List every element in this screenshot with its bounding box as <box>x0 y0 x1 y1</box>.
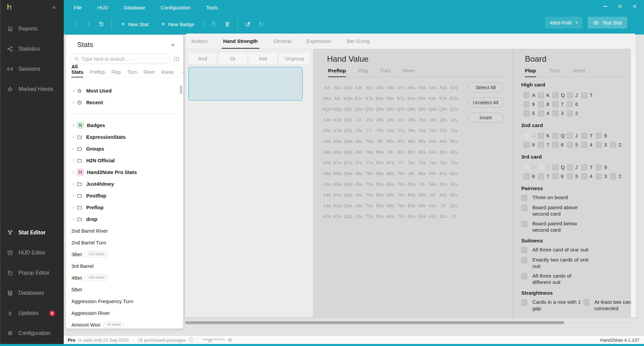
hand-cell-87o[interactable]: 87o <box>385 158 396 168</box>
empty-condition-group[interactable] <box>189 67 303 101</box>
hand-cell-J9s[interactable]: J9s <box>375 115 385 125</box>
sidebar-item-databases[interactable]: Databases <box>1 283 64 303</box>
hand-cell-QTo[interactable]: QTo <box>343 125 354 136</box>
checkbox[interactable] <box>552 101 558 107</box>
hand-cell-54s[interactable]: 54s <box>427 179 438 190</box>
stat-group[interactable]: Postflop <box>66 190 183 201</box>
hand-value-tab-preflop[interactable]: Preflop <box>328 68 346 77</box>
hand-cell-86s[interactable]: 86s <box>406 147 417 158</box>
hand-cell-A7s[interactable]: A7s <box>396 82 407 93</box>
hand-cell-86o[interactable]: 86o <box>385 168 396 179</box>
chevron-right-icon[interactable] <box>71 194 77 198</box>
hand-cell-A9o[interactable]: A9o <box>322 136 332 147</box>
hand-cell-AA[interactable]: AA <box>322 82 332 93</box>
hand-cell-75o[interactable]: 75o <box>396 179 407 190</box>
hand-cell-32s[interactable]: 32s <box>448 200 459 211</box>
hand-cell-22[interactable]: 22 <box>448 211 459 222</box>
more-stats-pill[interactable]: +13 more <box>85 251 108 257</box>
menu-configuration[interactable]: Configuration <box>161 5 191 10</box>
hand-cell-Q7s[interactable]: Q7s <box>396 104 407 115</box>
stat-item[interactable]: 5Bet <box>66 284 183 295</box>
checkbox[interactable] <box>538 92 544 98</box>
stats-tab-river[interactable]: River <box>144 69 155 77</box>
checkbox[interactable] <box>567 142 573 148</box>
menu-database[interactable]: Database <box>124 5 145 10</box>
hand-cell-A6o[interactable]: A6o <box>322 168 332 179</box>
sidebar-item-marked-hands[interactable]: Marked Hands <box>1 79 64 99</box>
hand-cell-K2o[interactable]: K2o <box>332 211 343 222</box>
stat-item[interactable]: Aggression River <box>66 307 183 319</box>
hand-cell-KTs[interactable]: KTs <box>364 93 375 104</box>
hand-cell-94o[interactable]: 94o <box>375 190 385 200</box>
stats-tab-raise[interactable]: Raise <box>161 69 174 77</box>
board-option-cards-in-a-row-with-1-gap[interactable]: Cards in a row with 1 gap <box>521 299 583 311</box>
hand-cell-Q7o[interactable]: Q7o <box>343 158 354 168</box>
checkbox[interactable] <box>567 92 573 98</box>
hand-cell-K7s[interactable]: K7s <box>396 93 407 104</box>
hand-cell-KJo[interactable]: KJo <box>332 115 343 125</box>
hand-cell-85s[interactable]: 85s <box>417 147 428 158</box>
invert-button[interactable]: Invert <box>468 113 504 123</box>
hand-cell-96s[interactable]: 96s <box>406 136 417 147</box>
rank-option-Q[interactable]: Q <box>550 133 565 139</box>
hand-cell-J2o[interactable]: J2o <box>354 211 364 222</box>
hand-value-tab-river[interactable]: River <box>403 68 415 77</box>
hand-cell-T6o[interactable]: T6o <box>364 168 375 179</box>
hand-cell-87s[interactable]: 87s <box>396 147 407 158</box>
chevron-right-icon[interactable] <box>71 123 77 127</box>
board-option-three-on-board[interactable]: Three on board <box>521 194 631 201</box>
hand-cell-AJo[interactable]: AJo <box>322 115 332 125</box>
hand-cell-Q3o[interactable]: Q3o <box>343 200 354 211</box>
hand-cell-72o[interactable]: 72o <box>396 211 407 222</box>
hand-cell-93o[interactable]: 93o <box>375 200 385 211</box>
hand-cell-Q8o[interactable]: Q8o <box>343 147 354 158</box>
hand-cell-J5o[interactable]: J5o <box>354 179 364 190</box>
hand-cell-A8o[interactable]: A8o <box>322 147 332 158</box>
hand-cell-76o[interactable]: 76o <box>396 168 407 179</box>
hand-cell-42s[interactable]: 42s <box>448 190 459 200</box>
rank-option-9[interactable]: 9 <box>593 133 608 139</box>
hand-cell-K9s[interactable]: K9s <box>375 93 385 104</box>
hand-cell-92s[interactable]: 92s <box>448 136 459 147</box>
collapse-stats-panel-icon[interactable]: « <box>171 42 174 48</box>
sidebar-item-updates[interactable]: Updates6 <box>1 303 64 323</box>
hand-cell-K4s[interactable]: K4s <box>427 93 438 104</box>
checkbox[interactable] <box>567 173 573 179</box>
hand-cell-65s[interactable]: 65s <box>417 168 428 179</box>
hand-cell-A3s[interactable]: A3s <box>438 82 449 93</box>
hand-cell-A4o[interactable]: A4o <box>322 190 332 200</box>
hand-cell-97o[interactable]: 97o <box>375 158 385 168</box>
hand-cell-64o[interactable]: 64o <box>406 190 417 200</box>
rank-option-7[interactable]: 7 <box>550 101 565 107</box>
hand-cell-55[interactable]: 55 <box>417 179 428 190</box>
hand-cell-73s[interactable]: 73s <box>438 158 449 168</box>
sidebar-item-configuration[interactable]: ⚙Configuration <box>1 323 64 343</box>
hand-cell-A5s[interactable]: A5s <box>417 82 428 93</box>
hand-cell-AQs[interactable]: AQs <box>343 82 354 93</box>
hand-cell-93s[interactable]: 93s <box>438 136 449 147</box>
hand-cell-KQo[interactable]: KQo <box>332 104 343 115</box>
stat-group[interactable]: H2N Official <box>66 155 183 166</box>
settings-gear-icon[interactable]: ⚙ <box>228 337 232 343</box>
checkbox[interactable] <box>581 133 587 139</box>
checkbox[interactable] <box>596 133 602 139</box>
hand-cell-43o[interactable]: 43o <box>427 200 438 211</box>
hand-cell-J3s[interactable]: J3s <box>438 115 449 125</box>
rank-option-T[interactable]: T <box>579 92 593 98</box>
checkbox[interactable] <box>581 164 587 170</box>
hand-cell-98o[interactable]: 98o <box>375 147 385 158</box>
hand-cell-K6s[interactable]: K6s <box>406 93 417 104</box>
add-folder-icon[interactable] <box>173 56 180 62</box>
chevron-right-icon[interactable] <box>71 135 77 139</box>
hand-cell-98s[interactable]: 98s <box>385 136 396 147</box>
not-button[interactable]: Not <box>249 53 277 64</box>
checkbox[interactable] <box>581 92 587 98</box>
hand-cell-J4o[interactable]: J4o <box>354 190 364 200</box>
hand-cell-Q2o[interactable]: Q2o <box>343 211 354 222</box>
hand-cell-JTo[interactable]: JTo <box>354 125 364 136</box>
chevron-right-icon[interactable] <box>71 101 77 105</box>
hand-cell-Q4s[interactable]: Q4s <box>427 104 438 115</box>
checkbox[interactable] <box>596 142 602 148</box>
stat-item[interactable]: 2nd Barrel Turn <box>66 237 183 248</box>
hand-cell-J5s[interactable]: J5s <box>417 115 428 125</box>
